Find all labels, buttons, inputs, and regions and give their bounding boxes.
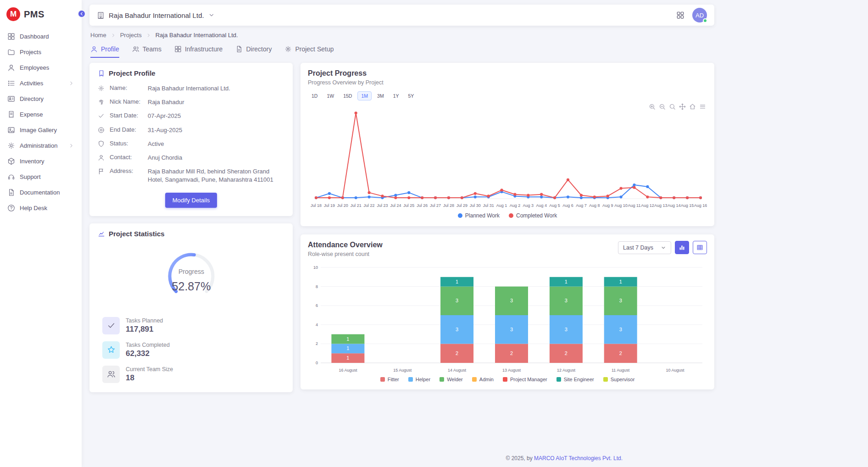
sidebar-item-dashboard[interactable]: Dashboard: [4, 29, 78, 44]
legend-swatch: [603, 377, 608, 382]
svg-text:2: 2: [510, 350, 513, 356]
home-icon[interactable]: [689, 103, 696, 110]
help-icon: [7, 204, 15, 212]
company-selector[interactable]: Raja Bahadur International Ltd.: [97, 11, 215, 19]
pan-icon[interactable]: [679, 103, 686, 110]
sidebar-item-label: Inventory: [20, 158, 44, 165]
legend-completed-work[interactable]: Completed Work: [509, 212, 557, 219]
user-icon: [7, 64, 15, 72]
legend-label: Supervisor: [611, 377, 635, 382]
range-button-1m[interactable]: 1M: [357, 91, 372, 100]
dashboard-icon: [174, 45, 182, 53]
gear-icon: [7, 142, 15, 150]
tab-infrastructure[interactable]: Infrastructure: [174, 45, 223, 58]
profile-field-status: Status:Active: [98, 140, 284, 148]
sidebar-item-documentation[interactable]: Documentation: [4, 185, 78, 200]
footer-link[interactable]: MARCO AIoT Technologies Pvt. Ltd.: [534, 455, 623, 461]
bookmark-icon: [98, 70, 105, 77]
sidebar-item-image-gallery[interactable]: Image Gallery: [4, 123, 78, 137]
autoscale-icon[interactable]: [669, 103, 676, 110]
field-label: Contact:: [110, 154, 143, 161]
range-button-1w[interactable]: 1W: [323, 91, 338, 100]
chart-view-button[interactable]: [675, 241, 689, 254]
chevron-down-icon: [661, 245, 666, 250]
sidebar-item-label: Projects: [20, 49, 41, 56]
range-button-1d[interactable]: 1D: [308, 91, 321, 100]
svg-text:1: 1: [346, 345, 349, 351]
field-label: Nick Name:: [110, 98, 143, 105]
svg-text:10 August: 10 August: [666, 368, 685, 372]
project-statistics-card: Project Statistics Progress52.87% Tasks …: [89, 223, 293, 392]
zoom-out-icon[interactable]: [659, 103, 666, 110]
svg-text:2: 2: [619, 350, 622, 356]
brand-logo[interactable]: M PMS: [0, 0, 82, 27]
project-profile-title: Project Profile: [98, 69, 284, 77]
legend-site-engineer[interactable]: Site Engineer: [556, 377, 594, 382]
profile-field-list: Name:Raja Bahadur International Ltd.Nick…: [98, 84, 284, 184]
svg-text:Aug 13: Aug 13: [654, 203, 668, 208]
svg-text:1: 1: [456, 279, 458, 284]
sidebar-item-label: Activities: [20, 80, 43, 87]
table-view-button[interactable]: [693, 241, 707, 254]
stat-value: 62,332: [126, 349, 170, 358]
legend-welder[interactable]: Welder: [440, 377, 463, 382]
svg-text:Jul 27: Jul 27: [430, 203, 441, 208]
stat-current-team-size: Current Team Size18: [98, 366, 284, 383]
footer-text: © 2025, by: [506, 455, 534, 461]
legend-planned-work[interactable]: Planned Work: [458, 212, 500, 219]
sidebar-item-help-desk[interactable]: Help Desk: [4, 201, 78, 215]
svg-text:Aug 9: Aug 9: [602, 203, 613, 208]
legend-admin[interactable]: Admin: [472, 377, 494, 382]
range-button-15d[interactable]: 15D: [339, 91, 356, 100]
sidebar-collapse-button[interactable]: [78, 10, 86, 18]
attendance-chart[interactable]: 024681011116 August15 August233114 Augus…: [308, 263, 707, 375]
project-progress-subtitle: Progress Overview by Project: [308, 79, 707, 86]
range-button-1y[interactable]: 1Y: [389, 91, 403, 100]
gear-icon: [98, 85, 105, 92]
sidebar-item-projects[interactable]: Projects: [4, 45, 78, 59]
brand-logo-icon: M: [6, 7, 20, 21]
sidebar-item-support[interactable]: Support: [4, 170, 78, 184]
avatar[interactable]: AD: [692, 8, 707, 22]
sidebar-item-activities[interactable]: Activities: [4, 76, 78, 90]
breadcrumb-projects[interactable]: Projects: [120, 32, 142, 39]
date-range-select[interactable]: Last 7 Days: [618, 241, 671, 254]
headset-icon: [7, 173, 15, 181]
tab-profile[interactable]: Profile: [90, 45, 119, 58]
legend-project-manager[interactable]: Project Manager: [503, 377, 547, 382]
menu-icon[interactable]: [699, 103, 706, 110]
topbar-actions: AD: [676, 8, 707, 22]
tab-teams[interactable]: Teams: [132, 45, 161, 58]
apps-grid-button[interactable]: [676, 11, 685, 20]
tab-label: Teams: [143, 45, 161, 53]
svg-text:Aug 11: Aug 11: [628, 203, 641, 208]
box-icon: [7, 157, 15, 165]
breadcrumb: HomeProjectsRaja Bahadur International L…: [89, 32, 714, 39]
svg-text:Jul 23: Jul 23: [377, 203, 388, 208]
range-button-5y[interactable]: 5Y: [404, 91, 417, 100]
modify-details-button[interactable]: Modify Details: [165, 193, 217, 208]
svg-text:Aug 6: Aug 6: [562, 203, 573, 208]
sidebar-item-directory[interactable]: Directory: [4, 92, 78, 106]
sidebar-item-administration[interactable]: Administration: [4, 139, 78, 153]
sidebar-item-employees[interactable]: Employees: [4, 61, 78, 75]
svg-text:11 August: 11 August: [612, 368, 630, 372]
legend-helper[interactable]: Helper: [408, 377, 430, 382]
zoom-in-icon[interactable]: [649, 103, 656, 110]
users-icon: [107, 370, 116, 378]
tab-project-setup[interactable]: Project Setup: [284, 45, 334, 58]
svg-text:Jul 26: Jul 26: [417, 203, 428, 208]
company-name: Raja Bahadur International Ltd.: [109, 11, 204, 19]
sidebar-item-inventory[interactable]: Inventory: [4, 154, 78, 168]
profile-field-contact: Contact:Anuj Chordia: [98, 154, 284, 162]
legend-supervisor[interactable]: Supervisor: [603, 377, 635, 382]
content-grid: Project Profile Name:Raja Bahadur Intern…: [89, 63, 714, 392]
project-progress-chart[interactable]: Jul 18Jul 19Jul 20Jul 21Jul 22Jul 23Jul …: [308, 102, 707, 211]
range-button-3m[interactable]: 3M: [373, 91, 388, 100]
sidebar-item-expense[interactable]: Expense: [4, 107, 78, 122]
breadcrumb-home[interactable]: Home: [90, 32, 106, 39]
tab-directory[interactable]: Directory: [235, 45, 272, 58]
stat-value: 117,891: [126, 325, 163, 334]
legend-fitter[interactable]: Fitter: [380, 377, 399, 382]
sidebar-item-label: Employees: [20, 64, 49, 71]
